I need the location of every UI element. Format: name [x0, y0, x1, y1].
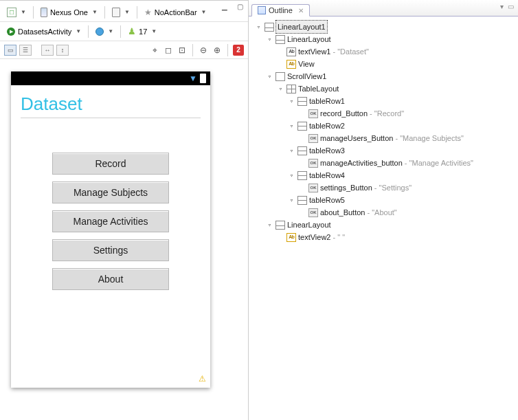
view-mode-v[interactable]: ↕	[56, 45, 69, 56]
layout-icon	[264, 23, 274, 32]
node-label: manageActivities_button	[320, 157, 403, 169]
about-button[interactable]: About	[52, 268, 169, 290]
tree-node[interactable]: · Ab textView2 - " "	[251, 231, 515, 243]
error-badge[interactable]: 2	[233, 45, 244, 56]
settings-button[interactable]: Settings	[52, 239, 169, 261]
view-mode-h[interactable]: ↔	[41, 45, 54, 56]
tab-outline[interactable]: Outline ✕	[251, 4, 310, 16]
outline-pane: Outline ✕ ▾ ▭ ▿ LinearLayout1 ▿ LinearLa…	[249, 0, 518, 420]
node-label: LinearLayout	[287, 219, 331, 231]
api-dropdown[interactable]: ♟ 17 ▼	[125, 25, 159, 37]
view-mode-outline[interactable]: ☰	[19, 45, 32, 56]
tree-node[interactable]: · Ab View	[251, 58, 515, 70]
tablelayout-icon	[286, 85, 296, 93]
theme-label: NoActionBar	[155, 8, 197, 16]
separator	[88, 25, 89, 38]
outline-icon	[258, 6, 266, 14]
tablerow-icon	[297, 196, 307, 205]
zoom-in-icon[interactable]: ⊕	[212, 45, 223, 56]
separator	[104, 6, 105, 19]
editor-toolbar-1: □ ▼ Nexus One ▼ ▼ ★ NoActionBar ▼	[0, 3, 248, 22]
pane-window-controls: ▁ ▢	[219, 1, 245, 11]
textview-icon: Ab	[286, 233, 296, 242]
node-extra: - "Manage Activities"	[405, 157, 473, 169]
tree-node[interactable]: ▿ tableRow4	[251, 169, 515, 181]
button-icon: OK	[308, 208, 318, 217]
app-title: Dataset	[21, 93, 201, 118]
zoom-reset-icon[interactable]: ⌖	[149, 45, 160, 56]
chevron-down-icon: ▼	[124, 9, 130, 15]
orientation-dropdown[interactable]: ▼	[109, 6, 133, 19]
menu-icon[interactable]: ▭	[508, 3, 514, 10]
maximize-button[interactable]: ▢	[234, 1, 245, 11]
tree-node[interactable]: ▿ LinearLayout	[251, 219, 515, 231]
node-extra: - "Manage Subjects"	[395, 132, 464, 144]
separator	[227, 44, 228, 56]
separator	[33, 6, 34, 19]
tree-node[interactable]: ▿ LinearLayout	[251, 33, 515, 45]
view-tab-bar: Outline ✕ ▾ ▭	[249, 0, 518, 16]
manage-activities-button[interactable]: Manage Activities	[52, 210, 169, 232]
battery-icon	[200, 74, 206, 83]
tree-node[interactable]: · OK manageActivities_button - "Manage A…	[251, 157, 515, 169]
button-icon: OK	[308, 184, 318, 192]
button-icon: OK	[308, 109, 318, 118]
api-label: 17	[139, 27, 147, 36]
node-label: record_Button	[320, 107, 368, 120]
tree-node[interactable]: ▿ ScrollView1	[251, 70, 515, 82]
theme-dropdown[interactable]: ★ NoActionBar ▼	[142, 6, 210, 19]
config-icon: □	[7, 8, 16, 17]
tree-node[interactable]: · OK about_Button - "About"	[251, 206, 515, 219]
chevron-down-icon: ▼	[21, 9, 26, 15]
divider	[21, 118, 201, 118]
layout-icon	[275, 221, 285, 230]
minimize-icon[interactable]: ▾	[500, 3, 504, 10]
layout-editor-pane: ▁ ▢ □ ▼ Nexus One ▼ ▼ ★ NoActionBar ▼ ▶	[0, 0, 249, 420]
node-label: ScrollView1	[287, 70, 326, 82]
node-label: View	[298, 58, 315, 70]
design-canvas[interactable]: ▼ Dataset Record Manage Subjects Manage …	[0, 59, 248, 400]
tree-node[interactable]: · OK record_Button - "Record"	[251, 107, 515, 120]
locale-dropdown[interactable]: ▼	[93, 26, 116, 37]
manage-subjects-button[interactable]: Manage Subjects	[52, 181, 169, 203]
phone-icon	[41, 8, 47, 17]
config-dropdown[interactable]: □ ▼	[4, 6, 29, 19]
button-column: Record Manage Subjects Manage Activities…	[21, 153, 201, 290]
android-icon: ♟	[128, 27, 136, 36]
button-icon: OK	[308, 159, 318, 168]
tab-label: Outline	[269, 6, 293, 14]
tree-node[interactable]: · Ab textView1 - "Dataset"	[251, 45, 515, 58]
tree-node[interactable]: ▿ tableRow3	[251, 144, 515, 157]
node-label: TableLayout	[298, 82, 339, 95]
tree-node[interactable]: · OK settings_Button - "Settings"	[251, 181, 515, 194]
activity-dropdown[interactable]: ▶ DatasetsActivity ▼	[4, 26, 84, 37]
tree-node[interactable]: ▿ tableRow1	[251, 95, 515, 107]
view-mode-normal[interactable]: ▭	[4, 45, 16, 56]
node-extra: - " "	[333, 231, 346, 243]
tree-node[interactable]: ▿ TableLayout	[251, 82, 515, 95]
minimize-button[interactable]: ▁	[219, 1, 230, 11]
node-label: LinearLayout	[287, 33, 331, 45]
node-label: settings_Button	[320, 181, 372, 194]
editor-viewbar: ▭ ☰ ↔ ↕ ⌖ ◻ ⊡ ⊖ ⊕ 2	[0, 41, 248, 59]
tree-node[interactable]: ▿ tableRow2	[251, 120, 515, 132]
tree-node-root[interactable]: ▿ LinearLayout1	[251, 21, 515, 33]
device-dropdown[interactable]: Nexus One ▼	[38, 6, 100, 19]
device-frame: ▼ Dataset Record Manage Subjects Manage …	[11, 71, 210, 388]
tree-node[interactable]: · OK manageUsers_Button - "Manage Subjec…	[251, 132, 515, 144]
tablerow-icon	[297, 171, 307, 180]
node-label: tableRow5	[309, 194, 345, 206]
zoom-100-icon[interactable]: ⊡	[177, 45, 188, 56]
warning-icon: ⚠	[199, 374, 206, 384]
zoom-fit-icon[interactable]: ◻	[163, 45, 174, 56]
zoom-out-icon[interactable]: ⊖	[198, 45, 209, 56]
tree-node[interactable]: ▿ tableRow5	[251, 194, 515, 206]
node-label: tableRow2	[309, 120, 345, 132]
close-icon[interactable]: ✕	[298, 7, 304, 14]
node-extra: - "Record"	[370, 107, 404, 120]
node-label: textView2	[298, 231, 331, 243]
record-button[interactable]: Record	[52, 153, 169, 175]
chevron-down-icon: ▼	[76, 28, 81, 34]
outline-tree[interactable]: ▿ LinearLayout1 ▿ LinearLayout · Ab text…	[249, 16, 518, 247]
node-label: LinearLayout1	[276, 21, 327, 33]
